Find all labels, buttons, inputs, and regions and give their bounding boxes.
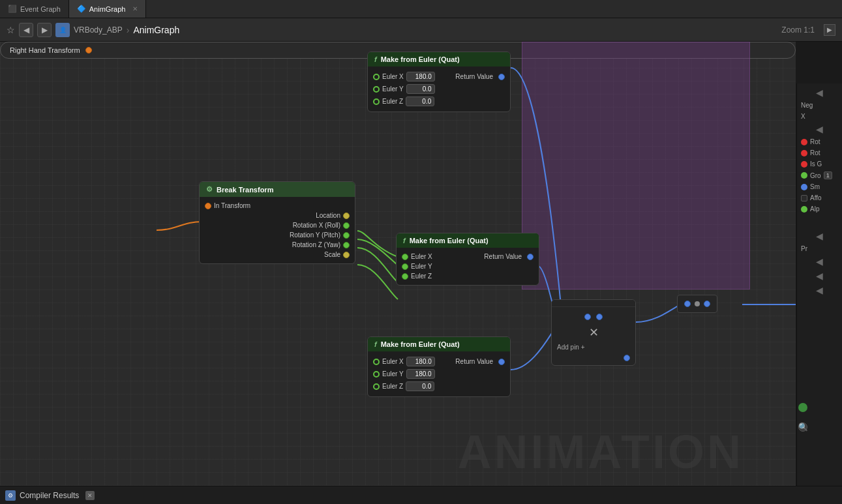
rp-x-label: X bbox=[798, 111, 841, 121]
make-euler-mid-node[interactable]: f Make from Euler (Quat) Euler X Return … bbox=[396, 233, 539, 286]
add-pin-label[interactable]: Add pin + bbox=[557, 344, 585, 351]
rp-neg-label: Neg bbox=[798, 100, 841, 110]
make-euler-top-body: Euler X Return Value Euler Y Euler Z bbox=[368, 67, 510, 111]
make-euler-mid-header: f Make from Euler (Quat) bbox=[397, 233, 539, 248]
panel-toggle-button[interactable]: ▶ bbox=[824, 24, 835, 36]
euler-z-mid-pin[interactable] bbox=[402, 273, 408, 280]
break-transform-body: In Transform Location Rotation X (Roll) … bbox=[200, 197, 355, 263]
back-button[interactable]: ◀ bbox=[19, 23, 33, 37]
pin-euler-z-bot: Euler Z bbox=[368, 380, 510, 393]
blend-output-pin[interactable] bbox=[704, 301, 710, 307]
multiply-node[interactable]: ✕ Add pin + bbox=[551, 299, 636, 366]
rp-pr[interactable]: Pr bbox=[798, 244, 841, 254]
blend-mid-dot bbox=[695, 301, 700, 306]
make-euler-bot-header: f Make from Euler (Quat) bbox=[368, 337, 510, 351]
pin-euler-y-top: Euler Y bbox=[368, 83, 510, 95]
panel-collapse-arrow[interactable]: ◀ bbox=[798, 86, 841, 99]
tab-close-icon[interactable]: ✕ bbox=[132, 5, 138, 12]
euler-x-bot-input[interactable] bbox=[406, 357, 435, 366]
pin-euler-z-top: Euler Z bbox=[368, 95, 510, 108]
make-euler-top-header: f Make from Euler (Quat) bbox=[368, 52, 510, 67]
graph-canvas[interactable]: Right Hand Transform ⚙ Break Transform I… bbox=[0, 42, 796, 498]
pin-in-transform: In Transform bbox=[200, 201, 355, 211]
rp-isg[interactable]: Is G bbox=[798, 159, 841, 169]
right-panel: ◀ Neg X ◀ Rot Rot Is G Gro 1 Sm bbox=[796, 83, 842, 504]
euler-x-mid-pin[interactable] bbox=[402, 254, 408, 260]
forward-button[interactable]: ▶ bbox=[37, 23, 52, 37]
in-transform-pin[interactable] bbox=[205, 203, 211, 209]
pin-euler-y-mid: Euler Y bbox=[397, 261, 539, 271]
return-value-top-pin[interactable] bbox=[498, 74, 505, 80]
right-hand-output-pin[interactable] bbox=[85, 47, 92, 53]
blend-node[interactable] bbox=[677, 295, 717, 313]
euler-z-top-input[interactable] bbox=[406, 96, 434, 106]
func-icon-bot: f bbox=[374, 340, 377, 348]
pin-euler-z-mid: Euler Z bbox=[397, 271, 539, 281]
euler-z-bot-input[interactable] bbox=[406, 381, 434, 391]
breadcrumb-separator: › bbox=[127, 25, 130, 35]
pin-scale: Scale bbox=[200, 250, 355, 259]
multiply-input1-pin[interactable] bbox=[584, 314, 591, 320]
return-value-mid-pin[interactable] bbox=[527, 254, 534, 260]
pin-location: Location bbox=[200, 211, 355, 220]
rotation-y-pin[interactable] bbox=[343, 232, 350, 239]
rp-gro-value: 1 bbox=[824, 171, 832, 179]
rp-sm[interactable]: Sm bbox=[798, 182, 841, 192]
euler-y-top-input[interactable] bbox=[406, 84, 435, 94]
favorite-icon[interactable]: ☆ bbox=[7, 25, 15, 35]
location-pin[interactable] bbox=[343, 213, 350, 219]
asset-name[interactable]: VRBody_ABP bbox=[74, 25, 123, 35]
compiler-icon: ⚙ bbox=[5, 490, 16, 501]
euler-x-bot-pin[interactable] bbox=[373, 359, 380, 365]
scale-pin[interactable] bbox=[343, 252, 350, 258]
compiler-close-button[interactable]: ✕ bbox=[85, 491, 95, 500]
pin-rotation-z: Rotation Z (Yaw) bbox=[200, 240, 355, 250]
pin-rotation-x: Rotation X (Roll) bbox=[200, 220, 355, 230]
main-layout: Right Hand Transform ⚙ Break Transform I… bbox=[0, 42, 842, 498]
pin-euler-x-mid: Euler X Return Value bbox=[397, 252, 539, 261]
rp-rot2[interactable]: Rot bbox=[798, 148, 841, 158]
rotation-z-pin[interactable] bbox=[343, 242, 350, 248]
rp-alp-dot bbox=[801, 206, 807, 213]
panel-arrow-6[interactable]: ◀ bbox=[798, 284, 841, 297]
break-transform-node[interactable]: ⚙ Break Transform In Transform Location … bbox=[199, 181, 355, 264]
tab-anim-graph[interactable]: 🔷 AnimGraph ✕ bbox=[69, 0, 147, 18]
rp-isg-dot bbox=[801, 161, 807, 168]
func-icon-mid: f bbox=[403, 237, 406, 245]
euler-y-bot-input[interactable] bbox=[406, 369, 435, 379]
rp-affo[interactable]: Affo bbox=[798, 193, 841, 203]
panel-arrow-3[interactable]: ◀ bbox=[798, 230, 841, 243]
panel-arrow-4[interactable]: ◀ bbox=[798, 255, 841, 268]
multiply-output-pin[interactable] bbox=[624, 355, 630, 361]
rp-sm-dot bbox=[801, 184, 807, 190]
rp-rot2-dot bbox=[801, 150, 807, 156]
compiler-results-label[interactable]: Compiler Results bbox=[20, 491, 79, 500]
euler-y-mid-pin[interactable] bbox=[402, 263, 408, 270]
rp-rot1[interactable]: Rot bbox=[798, 137, 841, 147]
euler-y-bot-pin[interactable] bbox=[373, 371, 380, 378]
current-graph-label: AnimGraph bbox=[133, 25, 179, 35]
add-pin-row[interactable]: Add pin + bbox=[557, 341, 630, 353]
pin-rotation-y: Rotation Y (Pitch) bbox=[200, 230, 355, 240]
blend-input1-pin[interactable] bbox=[684, 301, 691, 307]
euler-x-top-input[interactable] bbox=[406, 72, 435, 82]
return-value-bot-pin[interactable] bbox=[498, 359, 505, 365]
rp-alp[interactable]: Alp bbox=[798, 204, 841, 214]
euler-z-bot-pin[interactable] bbox=[373, 383, 380, 390]
rp-gro[interactable]: Gro 1 bbox=[798, 170, 841, 181]
rotation-x-pin[interactable] bbox=[343, 222, 350, 229]
panel-arrow-5[interactable]: ◀ bbox=[798, 269, 841, 282]
euler-y-top-pin[interactable] bbox=[373, 86, 380, 93]
tab-event-graph[interactable]: ⬛ Event Graph bbox=[0, 0, 69, 18]
make-euler-bot-node[interactable]: f Make from Euler (Quat) Euler X Return … bbox=[367, 336, 511, 397]
euler-z-top-pin[interactable] bbox=[373, 98, 380, 105]
panel-arrow-2[interactable]: ◀ bbox=[798, 123, 841, 136]
rp-search-icon[interactable]: 🔍 bbox=[798, 422, 807, 432]
rp-affo-box bbox=[801, 195, 807, 201]
breadcrumb-bar: ☆ ◀ ▶ 👤 VRBody_ABP › AnimGraph Zoom 1:1 … bbox=[0, 18, 842, 42]
multiply-input2-pin[interactable] bbox=[596, 314, 603, 320]
func-icon-top: f bbox=[374, 55, 377, 63]
euler-x-top-pin[interactable] bbox=[373, 74, 380, 80]
make-euler-top-node[interactable]: f Make from Euler (Quat) Euler X Return … bbox=[367, 52, 511, 112]
multiply-cross-icon: ✕ bbox=[557, 324, 630, 341]
